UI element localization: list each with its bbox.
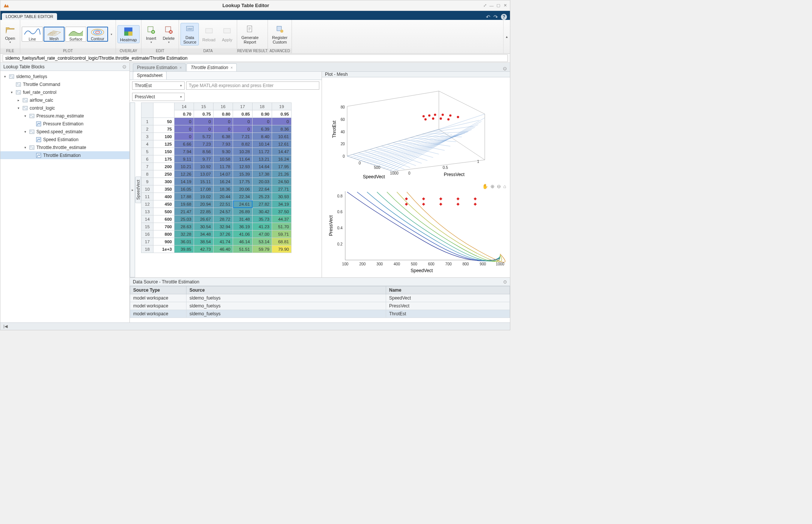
table-cell[interactable]: 9.30 [214,148,233,155]
insert-button[interactable]: Insert▾ [143,24,159,45]
zoom-out-icon[interactable]: ⊖ [497,184,501,189]
col-breakpoint[interactable]: 0.95 [272,110,292,118]
table-cell[interactable]: 26.89 [233,208,253,215]
row-index-header[interactable]: 11 [141,193,153,200]
table-cell[interactable]: 16.24 [214,178,233,185]
table-cell[interactable]: 34.19 [272,200,292,208]
table-cell[interactable]: 51.70 [272,223,292,230]
table-cell[interactable]: 0 [214,125,233,133]
table-cell[interactable]: 24.50 [272,178,292,185]
row-index-header[interactable]: 3 [141,133,153,140]
table-cell[interactable]: 13.07 [194,170,214,178]
table-cell[interactable]: 41.74 [214,238,233,245]
tree-caret-icon[interactable]: ▾ [23,130,27,134]
row-breakpoint[interactable]: 75 [153,125,174,133]
table-cell[interactable]: 21.47 [174,208,194,215]
pan-icon[interactable]: ✋ [482,184,488,189]
col-index-header[interactable]: 16 [214,103,233,110]
table-cell[interactable]: 28.72 [214,215,233,223]
table-cell[interactable]: 17.38 [253,170,272,178]
plot-contour-button[interactable]: Contour [87,27,108,42]
row-breakpoint[interactable]: 125 [153,140,174,148]
table-cell[interactable]: 13.21 [253,155,272,163]
tree-caret-icon[interactable]: ▾ [23,146,27,149]
row-breakpoint[interactable]: 150 [153,148,174,155]
table-cell[interactable]: 32.28 [174,230,194,238]
table-cell[interactable]: 22.51 [214,200,233,208]
table-cell[interactable]: 0 [272,118,292,125]
table-cell[interactable]: 6.38 [214,133,233,140]
row-index-header[interactable]: 9 [141,178,153,185]
table-cell[interactable]: 15.39 [233,170,253,178]
close-tab-icon[interactable]: × [179,66,182,70]
data-source-button[interactable]: 1010 Data Source [180,23,199,45]
tree-node[interactable]: ▾Pressure.map_estimate [0,112,129,120]
table-cell[interactable]: 7.93 [214,140,233,148]
row-index-header[interactable]: 6 [141,155,153,163]
undo-icon[interactable]: ↶ [486,14,490,20]
col-index-header[interactable]: 18 [253,103,272,110]
table-cell[interactable]: 36.19 [233,223,253,230]
table-cell[interactable]: 19.68 [174,200,194,208]
table-cell[interactable]: 17.88 [174,193,194,200]
row-index-header[interactable]: 12 [141,200,153,208]
home-icon[interactable]: ⌂ [503,184,506,189]
col-breakpoint[interactable]: 0.90 [253,110,272,118]
table-cell[interactable]: 17.95 [272,163,292,170]
sidebar-options-icon[interactable]: ⊙ [122,64,126,69]
table-cell[interactable]: 20.94 [194,200,214,208]
table-cell[interactable]: 10.61 [272,133,292,140]
delete-button[interactable]: Delete▾ [160,24,177,45]
tree-node[interactable]: Throttle Command [0,80,129,88]
table-cell[interactable]: 68.81 [272,238,292,245]
table-cell[interactable]: 30.42 [253,208,272,215]
table-cell[interactable]: 10.58 [214,155,233,163]
col-index-header[interactable]: 14 [174,103,194,110]
table-cell[interactable]: 0 [253,118,272,125]
table-cell[interactable]: 59.71 [272,230,292,238]
col-breakpoint[interactable]: 0.80 [214,110,233,118]
table-cell[interactable]: 44.37 [272,215,292,223]
row-breakpoint[interactable]: 50 [153,118,174,125]
col-index-header[interactable]: 17 [233,103,253,110]
row-index-header[interactable]: 16 [141,230,153,238]
tree-caret-icon[interactable]: ▾ [23,114,27,118]
heatmap-button[interactable]: Heatmap [117,25,140,43]
open-button[interactable]: Open ▾ [2,24,18,45]
tree-node[interactable]: ▸airflow_calc [0,96,129,104]
col-index-header[interactable]: 15 [194,103,214,110]
table-cell[interactable]: 14.07 [214,170,233,178]
table-cell[interactable]: 27.71 [272,185,292,193]
table-cell[interactable]: 27.82 [253,200,272,208]
mesh-plot[interactable]: 0 20 40 60 80 0 500 1000 [324,80,508,179]
table-cell[interactable]: 46.40 [214,245,233,253]
row-breakpoint[interactable]: 1e+3 [153,245,174,253]
expression-input[interactable]: Type MATLAB expression and press Enter [186,81,319,90]
generate-report-button[interactable]: Generate Report [239,23,261,45]
table-cell[interactable]: 7.94 [174,148,194,155]
table-cell[interactable]: 34.48 [194,230,214,238]
tab-throttle-estimation[interactable]: Throttle Estimation× [186,63,237,71]
table-cell[interactable]: 0 [194,125,214,133]
table-cell[interactable]: 11.78 [214,163,233,170]
table-cell[interactable]: 53.14 [253,238,272,245]
ds-header-type[interactable]: Source Type [130,286,186,294]
data-source-table[interactable]: Source TypeSourceNamemodel workspaceslde… [130,286,510,318]
row-index-header[interactable]: 2 [141,125,153,133]
register-custom-button[interactable]: Register Custom [269,23,290,45]
table-cell[interactable]: 8.36 [272,125,292,133]
table-cell[interactable]: 17.75 [233,178,253,185]
tree-caret-icon[interactable]: ▾ [9,90,14,94]
table-cell[interactable]: 14.19 [174,178,194,185]
plot-surface-button[interactable]: Surface [65,27,86,42]
ds-row[interactable]: model workspacesldemo_fuelsysSpeedVect [130,294,510,302]
tree-node[interactable]: ▾Throttle.throttle_estimate [0,143,129,151]
table-cell[interactable]: 36.01 [174,238,194,245]
contour-plot[interactable]: 10020030040050060070080090010000.20.40.6… [324,184,508,276]
ds-header-name[interactable]: Name [386,286,510,294]
table-cell[interactable]: 22.85 [194,208,214,215]
table-cell[interactable]: 25.03 [174,215,194,223]
ds-header-source[interactable]: Source [186,286,386,294]
col-breakpoint[interactable]: 0.70 [174,110,194,118]
table-cell[interactable]: 5.72 [194,133,214,140]
